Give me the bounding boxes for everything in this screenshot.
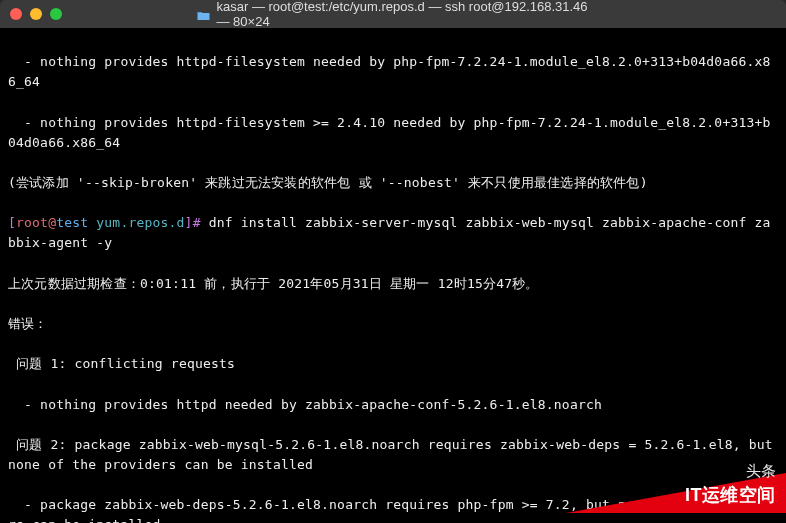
output-line: 上次元数据过期检查：0:01:11 前，执行于 2021年05月31日 星期一 … — [8, 274, 778, 294]
window-title: kasar — root@test:/etc/yum.repos.d — ssh… — [197, 0, 590, 29]
prompt-bracket-open: [ — [8, 215, 16, 230]
output-line: - nothing provides httpd-filesystem need… — [8, 52, 778, 92]
window-title-text: kasar — root@test:/etc/yum.repos.d — ssh… — [217, 0, 590, 29]
close-button[interactable] — [10, 8, 22, 20]
output-line: 问题 1: conflicting requests — [8, 354, 778, 374]
output-line: 错误： — [8, 314, 778, 334]
window-titlebar: kasar — root@test:/etc/yum.repos.d — ssh… — [0, 0, 786, 28]
prompt-line: [root@test yum.repos.d]# dnf install zab… — [8, 213, 778, 253]
prompt-host: test — [56, 215, 88, 230]
maximize-button[interactable] — [50, 8, 62, 20]
prompt-at: @ — [48, 215, 56, 230]
output-line: - package zabbix-web-deps-5.2.6-1.el8.no… — [8, 495, 778, 523]
output-line: - nothing provides httpd needed by zabbi… — [8, 395, 778, 415]
output-line: 问题 2: package zabbix-web-mysql-5.2.6-1.e… — [8, 435, 778, 475]
output-line: - nothing provides httpd-filesystem >= 2… — [8, 113, 778, 153]
prompt-bracket-close: ]# — [185, 215, 201, 230]
minimize-button[interactable] — [30, 8, 42, 20]
prompt-path: yum.repos.d — [88, 215, 184, 230]
prompt-user: root — [16, 215, 48, 230]
output-line: (尝试添加 '--skip-broken' 来跳过无法安装的软件包 或 '--n… — [8, 173, 778, 193]
traffic-lights — [10, 8, 62, 20]
terminal-output[interactable]: - nothing provides httpd-filesystem need… — [0, 28, 786, 523]
folder-icon — [197, 9, 211, 20]
